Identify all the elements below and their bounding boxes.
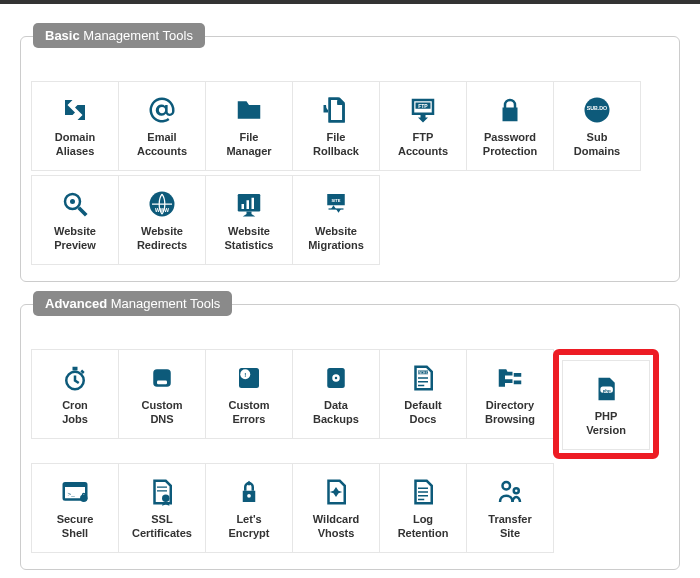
preview-icon	[60, 187, 90, 221]
svg-rect-29	[64, 484, 87, 488]
custom-dns-tool[interactable]: Custom DNS	[118, 349, 206, 439]
svg-point-23	[335, 377, 338, 380]
cron-jobs-tool[interactable]: Cron Jobs	[31, 349, 119, 439]
svg-text:SITE: SITE	[332, 198, 341, 203]
subdomain-icon: SUB.DO	[582, 93, 612, 127]
advanced-tools-row2: >_ Secure Shell SSL Certificates Let's E…	[31, 459, 669, 553]
svg-rect-11	[252, 198, 255, 209]
website-statistics-tool[interactable]: Website Statistics	[205, 175, 293, 265]
sub-domains-tool[interactable]: SUB.DO Sub Domains	[553, 81, 641, 171]
svg-text:WWW: WWW	[155, 207, 169, 213]
dirbrowse-icon	[495, 361, 525, 395]
errors-icon: !	[234, 361, 264, 395]
log-retention-tool[interactable]: Log Retention	[379, 463, 467, 553]
file-manager-tool[interactable]: File Manager	[205, 81, 293, 171]
default-docs-tool[interactable]: INDEX Default Docs	[379, 349, 467, 439]
log-icon	[408, 475, 438, 509]
ftp-accounts-tool[interactable]: FTP FTP Accounts	[379, 81, 467, 171]
wildcard-vhosts-tool[interactable]: Wildcard Vhosts	[292, 463, 380, 553]
website-migrations-tool[interactable]: SITE Website Migrations	[292, 175, 380, 265]
website-preview-tool[interactable]: Website Preview	[31, 175, 119, 265]
svg-point-35	[503, 482, 511, 490]
file-rollback-tool[interactable]: File Rollback	[292, 81, 380, 171]
lets-encrypt-tool[interactable]: Let's Encrypt	[205, 463, 293, 553]
transfer-site-tool[interactable]: Transfer Site	[466, 463, 554, 553]
rollback-icon	[321, 93, 351, 127]
website-redirects-tool[interactable]: WWW Website Redirects	[118, 175, 206, 265]
custom-errors-tool[interactable]: ! Custom Errors	[205, 349, 293, 439]
lock-icon	[495, 93, 525, 127]
svg-point-32	[162, 495, 170, 503]
advanced-panel: Advanced Management Tools Cron Jobs Cust…	[20, 304, 680, 570]
directory-browsing-tool[interactable]: Directory Browsing	[466, 349, 554, 439]
wildcard-icon	[321, 475, 351, 509]
svg-point-34	[247, 494, 251, 498]
domain-aliases-icon	[60, 93, 90, 127]
svg-text:>_: >_	[68, 490, 76, 497]
ssl-icon	[147, 475, 177, 509]
transfer-icon	[495, 475, 525, 509]
email-icon	[147, 93, 177, 127]
advanced-panel-title: Advanced Management Tools	[33, 291, 232, 316]
svg-text:!: !	[244, 371, 246, 378]
backups-icon	[321, 361, 351, 395]
defaultdocs-icon: INDEX	[408, 361, 438, 395]
letsencrypt-icon	[234, 475, 264, 509]
ftp-icon: FTP	[408, 93, 438, 127]
svg-rect-10	[247, 201, 250, 210]
svg-text:php: php	[603, 388, 611, 393]
svg-point-31	[80, 495, 88, 503]
svg-rect-9	[242, 204, 245, 209]
stats-icon	[234, 187, 264, 221]
basic-tools-row2: Website Preview WWW Website Redirects We…	[31, 171, 669, 265]
svg-text:INDEX: INDEX	[418, 371, 428, 375]
dns-icon	[147, 361, 177, 395]
domain-aliases-tool[interactable]: Domain Aliases	[31, 81, 119, 171]
svg-point-36	[514, 489, 519, 494]
basic-tools-row1: Domain Aliases Email Accounts File Manag…	[31, 81, 669, 171]
basic-panel: Basic Management Tools Domain Aliases Em…	[20, 36, 680, 282]
email-accounts-tool[interactable]: Email Accounts	[118, 81, 206, 171]
php-icon: php	[591, 372, 621, 406]
svg-text:FTP: FTP	[418, 103, 428, 109]
svg-rect-15	[73, 367, 78, 371]
svg-rect-17	[157, 381, 167, 385]
svg-text:SUB.DO: SUB.DO	[587, 105, 607, 111]
advanced-tools-row1: Cron Jobs Custom DNS ! Custom Errors Dat…	[31, 349, 669, 459]
cron-icon	[60, 361, 90, 395]
redirects-icon: WWW	[147, 187, 177, 221]
management-tools-page: Basic Management Tools Domain Aliases Em…	[0, 0, 700, 578]
password-protection-tool[interactable]: Password Protection	[466, 81, 554, 171]
svg-point-5	[70, 199, 75, 204]
basic-panel-title: Basic Management Tools	[33, 23, 205, 48]
folder-icon	[234, 93, 264, 127]
ssl-certificates-tool[interactable]: SSL Certificates	[118, 463, 206, 553]
php-version-tool[interactable]: php PHP Version	[562, 360, 650, 450]
migrations-icon: SITE	[321, 187, 351, 221]
secure-shell-tool[interactable]: >_ Secure Shell	[31, 463, 119, 553]
shell-icon: >_	[60, 475, 90, 509]
data-backups-tool[interactable]: Data Backups	[292, 349, 380, 439]
php-version-highlight: php PHP Version	[553, 349, 659, 459]
